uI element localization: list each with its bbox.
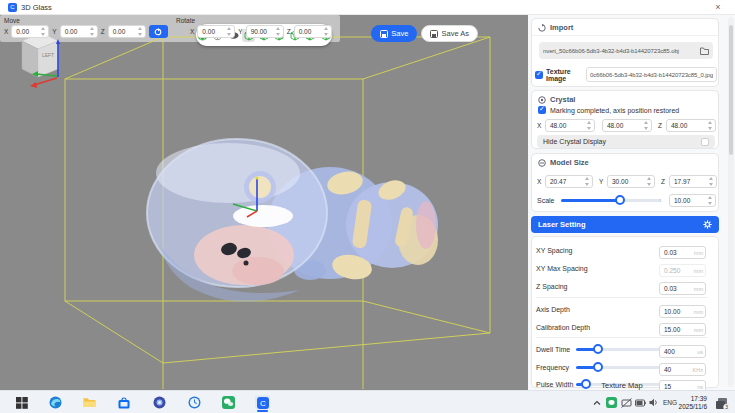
wechat-icon[interactable] <box>221 395 236 410</box>
crystal-x-input[interactable]: 48.00 <box>545 119 595 132</box>
open-file-icon[interactable] <box>700 47 709 55</box>
edge-browser-icon[interactable] <box>48 395 63 410</box>
tray-wechat-icon[interactable] <box>605 395 617 410</box>
import-card: Import nvert_50c66b06-5db3-4b32-b4d3-b14… <box>531 18 719 87</box>
store-icon[interactable] <box>116 395 131 410</box>
tray-time: 17:39 <box>691 395 707 402</box>
axis-depth-input[interactable]: 10.00mm <box>659 305 706 318</box>
language-indicator[interactable]: ENG <box>663 399 677 406</box>
xy-max-spacing-input: 0.250mm <box>659 264 706 277</box>
texture-image-row: Texture Image 0c66b06-5db3-4b32-b4d3-b14… <box>535 66 717 83</box>
gear-icon[interactable] <box>703 220 712 229</box>
svg-text:C: C <box>260 399 266 408</box>
taskbar: C ENG 17:39 2025/11/6 3 <box>0 390 735 413</box>
crystal-z-input[interactable]: 48.00 <box>666 119 716 132</box>
model-size-title: Model Size <box>550 158 589 167</box>
rotate-label: Rotate <box>176 17 195 24</box>
tray-date: 2025/11/6 <box>679 403 707 410</box>
divider <box>536 337 708 338</box>
clock[interactable]: 17:39 2025/11/6 <box>679 395 707 411</box>
scale-input[interactable]: 10.00 <box>669 194 716 207</box>
model-3d <box>147 139 438 302</box>
scale-row: Scale 10.00 <box>537 193 717 207</box>
tray-battery-icon[interactable] <box>634 395 646 410</box>
model-size-card: Model Size X 20.47 Y 30.00 Z 17.97 Scale… <box>531 153 719 212</box>
scale-slider[interactable] <box>561 199 661 202</box>
crystal-card: Crystal Marking completed, axis position… <box>531 90 719 149</box>
app-logo-icon: C <box>8 3 17 12</box>
app-purple-icon[interactable] <box>152 395 167 410</box>
notification-center-icon[interactable]: 3 <box>715 396 729 409</box>
xy-max-spacing-row: XY Max Spacing 0.250mm <box>536 261 714 275</box>
save-icon <box>380 30 388 38</box>
crystal-title: Crystal <box>550 95 575 104</box>
crystal-xyz-row: X 48.00 48.00 Z 48.00 <box>537 118 717 132</box>
scene-canvas[interactable] <box>0 15 528 390</box>
crystal-icon <box>538 96 546 104</box>
move-label: Move <box>4 17 20 24</box>
tray-network-icon[interactable] <box>620 395 632 410</box>
tray-chevron-icon[interactable] <box>592 395 602 410</box>
save-as-button[interactable]: Save As <box>421 25 478 42</box>
save-as-icon <box>430 30 438 38</box>
dwell-time-input[interactable]: 400us <box>659 345 706 358</box>
import-title: Import <box>550 23 573 32</box>
crystal-y-input[interactable]: 48.00 <box>602 119 652 132</box>
hide-crystal-button[interactable]: Hide Crystal Display <box>537 135 715 148</box>
start-button-icon[interactable] <box>14 395 29 410</box>
laser-setting-header[interactable]: Laser Setting <box>531 216 719 233</box>
reset-icon <box>154 28 162 36</box>
z-spacing-input[interactable]: 0.03mm <box>659 282 706 295</box>
texture-image-label: Texture Image <box>546 68 583 82</box>
window-title: 3D Glass <box>21 3 52 12</box>
model-file-name: nvert_50c66b06-5db3-4b32-b4d3-b14420723c… <box>543 48 700 54</box>
close-icon[interactable]: × <box>711 2 725 12</box>
model-x-input[interactable]: 20.47 <box>545 175 593 188</box>
marking-row: Marking completed, axis position restore… <box>538 106 679 114</box>
save-button[interactable]: Save <box>371 25 417 42</box>
dwell-time-slider[interactable] <box>576 348 661 351</box>
rotate-x-input[interactable]: 0.00 <box>197 25 235 38</box>
scale-label: Scale <box>537 197 561 204</box>
settings-panel: Import nvert_50c66b06-5db3-4b32-b4d3-b14… <box>528 15 735 390</box>
notification-badge: 3 <box>725 404 728 410</box>
frequency-row: Frequency 40KHz <box>536 360 714 374</box>
title-bar: C 3D Glass × <box>0 0 735 15</box>
rotate-y-input[interactable]: 90.00 <box>246 25 284 38</box>
panel-scrollbar[interactable] <box>728 17 734 387</box>
calibration-depth-row: Calibration Depth 15.00mm <box>536 320 714 334</box>
laser-setting-title: Laser Setting <box>538 220 586 229</box>
xy-spacing-input[interactable]: 0.03mm <box>659 246 706 259</box>
model-y-input[interactable]: 30.00 <box>607 175 655 188</box>
hide-crystal-label: Hide Crystal Display <box>543 138 606 145</box>
z-spacing-row: Z Spacing 0.03mm <box>536 279 714 293</box>
texture-file-field[interactable]: 0c66b06-5db3-4b32-b4d3-b14420723c85_0.jp… <box>586 67 717 82</box>
xy-spacing-row: XY Spacing 0.03mm <box>536 243 714 257</box>
move-z-input[interactable]: 0.00 <box>108 25 146 38</box>
model-z-input[interactable]: 17.97 <box>669 175 717 188</box>
move-x-input[interactable]: 0.00 <box>11 25 49 38</box>
tray-volume-icon[interactable] <box>648 395 660 410</box>
view-cube-face-label: LEFT <box>42 52 54 58</box>
axis-depth-row: Axis Depth 10.00mm <box>536 302 714 316</box>
texture-map-label[interactable]: Texture Map <box>528 381 716 390</box>
frequency-slider[interactable] <box>576 366 661 369</box>
texture-image-checkbox[interactable] <box>535 71 543 79</box>
clock-app-icon[interactable] <box>187 395 202 410</box>
file-explorer-icon[interactable] <box>82 395 97 410</box>
marking-checkbox[interactable] <box>538 106 546 114</box>
rotate-z-input[interactable]: 0.00 <box>294 25 332 38</box>
divider <box>536 297 708 298</box>
dwell-time-row: Dwell Time 400us <box>536 342 714 356</box>
calibration-depth-input[interactable]: 15.00mm <box>659 323 706 336</box>
move-y-input[interactable]: 0.00 <box>60 25 98 38</box>
viewport-3d[interactable]: LEFT <box>0 15 528 390</box>
model-file-field[interactable]: nvert_50c66b06-5db3-4b32-b4d3-b14420723c… <box>539 42 713 59</box>
hide-crystal-checkbox[interactable] <box>701 138 709 146</box>
reset-transform-button[interactable] <box>149 25 168 38</box>
import-icon <box>538 24 546 32</box>
texture-file-name: 0c66b06-5db3-4b32-b4d3-b14420723c85_0.jp… <box>590 72 713 78</box>
marking-label: Marking completed, axis position restore… <box>550 107 679 114</box>
model-xyz-row: X 20.47 Y 30.00 Z 17.97 <box>537 174 717 188</box>
active-app-3dglass-icon[interactable]: C <box>255 395 270 410</box>
